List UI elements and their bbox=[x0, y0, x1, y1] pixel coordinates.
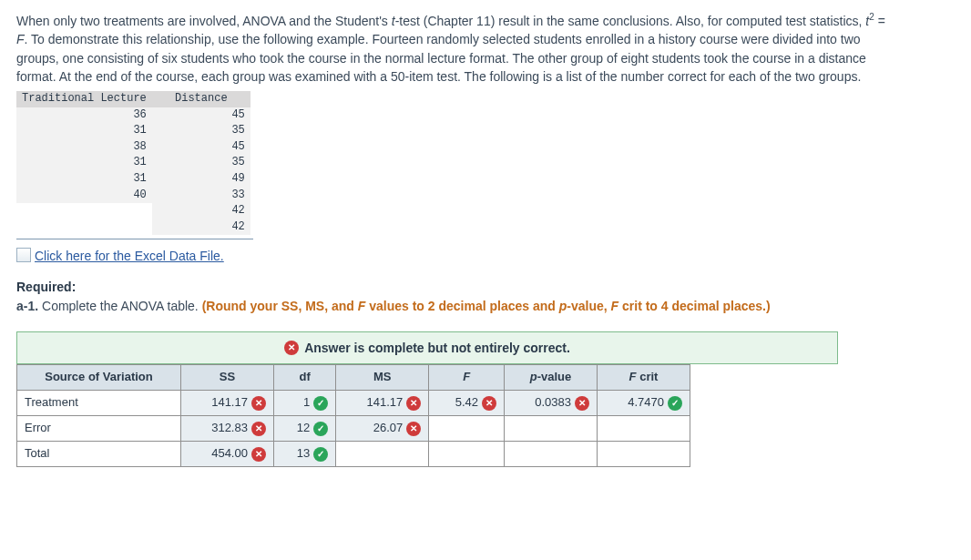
anova-cell[interactable]: 454.00✕ bbox=[180, 442, 273, 467]
row-label: Error bbox=[17, 416, 181, 442]
data-cell: 38 bbox=[16, 139, 152, 156]
feedback-text: Answer is complete but not entirely corr… bbox=[304, 339, 570, 357]
check-icon: ✓ bbox=[313, 447, 328, 462]
feedback-bar: ✕ Answer is complete but not entirely co… bbox=[16, 331, 838, 364]
cross-icon: ✕ bbox=[251, 422, 266, 436]
data-cell: 35 bbox=[152, 155, 250, 171]
data-cell: 45 bbox=[152, 139, 250, 156]
alert-icon: ✕ bbox=[284, 341, 299, 355]
col-fcrit: F crit bbox=[598, 365, 690, 391]
cell-value: 26.07 bbox=[373, 420, 404, 437]
problem-text: When only two treatments are involved, A… bbox=[16, 11, 891, 86]
data-cell: 42 bbox=[152, 203, 250, 219]
cell-value: 454.00 bbox=[211, 445, 248, 463]
check-icon: ✓ bbox=[668, 396, 682, 411]
table-row: Error312.83✕12✓26.07✕ bbox=[17, 416, 690, 442]
col-df: df bbox=[273, 365, 335, 391]
data-cell: 35 bbox=[152, 123, 250, 139]
anova-cell[interactable]: 26.07✕ bbox=[336, 416, 429, 442]
cross-icon: ✕ bbox=[406, 422, 421, 436]
data-cell bbox=[16, 219, 152, 236]
table-row: Total454.00✕13✓ bbox=[17, 442, 690, 467]
anova-cell[interactable]: 141.17✕ bbox=[180, 391, 273, 416]
cross-icon: ✕ bbox=[575, 396, 589, 411]
data-cell bbox=[16, 203, 152, 219]
data-cell: 45 bbox=[152, 107, 250, 124]
anova-cell[interactable]: 5.42✕ bbox=[429, 391, 505, 416]
cell-value: 1 bbox=[303, 394, 310, 412]
data-header-distance: Distance bbox=[152, 91, 250, 107]
data-cell: 31 bbox=[16, 171, 152, 188]
cell-value: 0.0383 bbox=[535, 394, 571, 412]
data-cell: 33 bbox=[152, 188, 250, 204]
cell-value: 5.42 bbox=[455, 394, 478, 412]
empty-cell bbox=[336, 442, 429, 467]
empty-cell bbox=[505, 442, 598, 467]
empty-cell bbox=[429, 442, 505, 467]
data-cell: 49 bbox=[152, 171, 250, 188]
required-label: Required: bbox=[16, 278, 955, 296]
col-f: F bbox=[429, 365, 505, 391]
cell-value: 12 bbox=[297, 420, 310, 437]
cross-icon: ✕ bbox=[406, 396, 421, 411]
data-cell: 36 bbox=[16, 107, 152, 124]
anova-table: Source of Variation SS df MS F p-value F… bbox=[16, 364, 690, 467]
data-table: Traditional Lecture Distance 36453135384… bbox=[16, 91, 250, 235]
empty-cell bbox=[598, 442, 690, 467]
col-pvalue: p-value bbox=[505, 365, 598, 391]
cross-icon: ✕ bbox=[251, 447, 266, 462]
anova-cell[interactable]: 1✓ bbox=[273, 391, 335, 416]
anova-cell[interactable]: 4.7470✓ bbox=[598, 391, 690, 416]
cell-value: 312.83 bbox=[211, 420, 248, 437]
cell-value: 141.17 bbox=[211, 394, 248, 412]
cell-value: 13 bbox=[297, 445, 310, 463]
file-icon bbox=[16, 248, 31, 262]
data-cell: 31 bbox=[16, 123, 152, 139]
excel-file-link[interactable]: Click here for the Excel Data File. bbox=[16, 249, 224, 263]
anova-cell[interactable]: 0.0383✕ bbox=[505, 391, 598, 416]
col-ms: MS bbox=[336, 365, 429, 391]
empty-cell bbox=[505, 416, 598, 442]
anova-cell[interactable]: 12✓ bbox=[273, 416, 335, 442]
col-ss: SS bbox=[180, 365, 273, 391]
data-cell: 40 bbox=[16, 188, 152, 204]
data-cell: 31 bbox=[16, 155, 152, 171]
check-icon: ✓ bbox=[313, 396, 328, 411]
data-divider bbox=[16, 239, 253, 239]
row-label: Total bbox=[17, 442, 181, 467]
data-cell: 42 bbox=[152, 219, 250, 236]
check-icon: ✓ bbox=[313, 422, 328, 436]
anova-cell[interactable]: 141.17✕ bbox=[336, 391, 429, 416]
row-label: Treatment bbox=[17, 391, 181, 416]
cell-value: 141.17 bbox=[367, 394, 404, 412]
cross-icon: ✕ bbox=[482, 396, 496, 411]
col-source: Source of Variation bbox=[17, 365, 181, 391]
table-row: Treatment141.17✕1✓141.17✕5.42✕0.0383✕4.7… bbox=[17, 391, 690, 416]
empty-cell bbox=[429, 416, 505, 442]
empty-cell bbox=[598, 416, 690, 442]
data-header-traditional: Traditional Lecture bbox=[16, 91, 152, 107]
part-instruction: a-1. Complete the ANOVA table. (Round yo… bbox=[16, 297, 955, 315]
anova-cell[interactable]: 312.83✕ bbox=[180, 416, 273, 442]
anova-cell[interactable]: 13✓ bbox=[273, 442, 335, 467]
cell-value: 4.7470 bbox=[628, 394, 664, 412]
cross-icon: ✕ bbox=[251, 396, 266, 411]
